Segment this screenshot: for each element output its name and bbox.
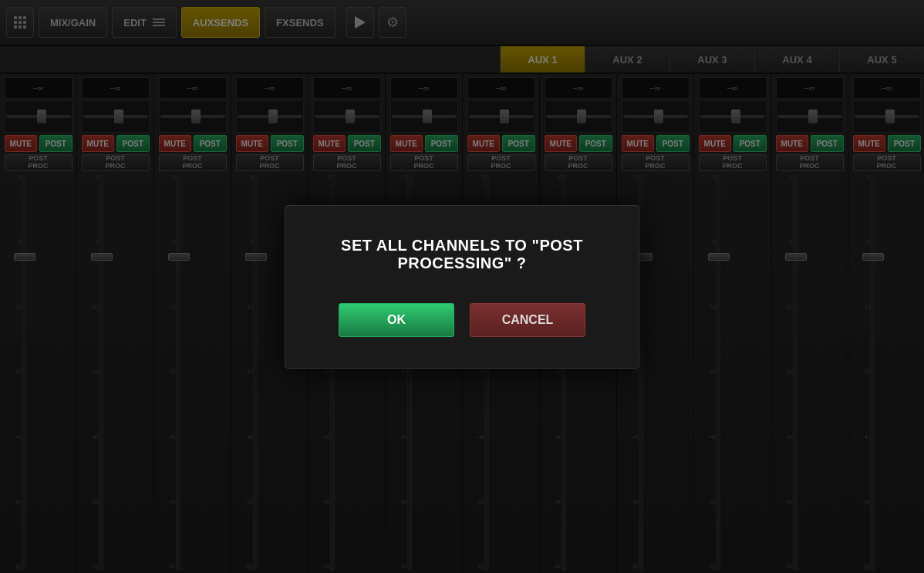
dialog-box: SET ALL CHANNELS TO "POST PROCESSING" ? … [285, 205, 639, 369]
dialog-message: SET ALL CHANNELS TO "POST PROCESSING" ? [309, 237, 615, 272]
dialog-ok-label: OK [387, 313, 406, 327]
dialog-cancel-label: CANCEL [502, 313, 554, 327]
dialog-ok-button[interactable]: OK [339, 303, 454, 337]
dialog-cancel-button[interactable]: CANCEL [470, 303, 585, 337]
dialog-buttons: OK CANCEL [339, 303, 585, 337]
dialog-overlay: SET ALL CHANNELS TO "POST PROCESSING" ? … [0, 0, 924, 573]
